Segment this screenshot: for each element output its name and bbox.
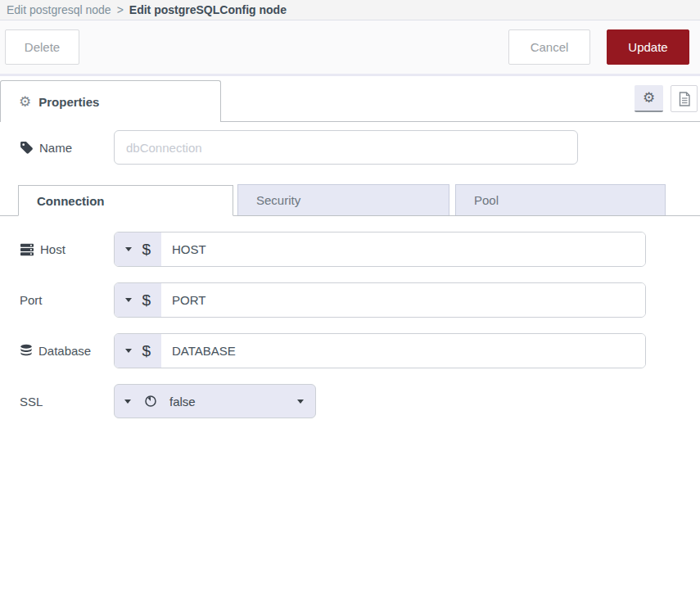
- chevron-down-icon: [125, 298, 132, 302]
- tab-connection-label: Connection: [37, 194, 105, 208]
- delete-button[interactable]: Delete: [5, 29, 79, 65]
- host-label-text: Host: [40, 242, 65, 256]
- breadcrumb-parent[interactable]: Edit postgresql node: [7, 3, 111, 16]
- server-icon: [20, 243, 34, 256]
- host-input[interactable]: [161, 233, 645, 266]
- name-input[interactable]: [114, 130, 578, 165]
- port-typed-input: $: [114, 282, 646, 318]
- chevron-down-icon: [125, 247, 132, 251]
- update-button[interactable]: Update: [607, 29, 689, 65]
- tab-pool[interactable]: Pool: [455, 184, 666, 215]
- gear-icon: ⚙: [643, 91, 655, 105]
- ssl-label: SSL: [0, 395, 114, 409]
- host-typed-input: $: [114, 232, 646, 267]
- port-label-text: Port: [20, 293, 43, 307]
- tab-security[interactable]: Security: [237, 184, 449, 215]
- ssl-select[interactable]: false: [114, 384, 316, 418]
- breadcrumb-current: Edit postgreSQLConfig node: [129, 3, 287, 16]
- tab-pool-label: Pool: [474, 193, 499, 207]
- database-icon: [20, 344, 33, 358]
- ssl-row: SSL false: [0, 384, 700, 418]
- port-type-select-button[interactable]: $: [115, 283, 161, 317]
- chevron-down-icon: [297, 400, 304, 404]
- breadcrumb: Edit postgresql node > Edit postgreSQLCo…: [0, 0, 700, 20]
- breadcrumb-separator: >: [117, 3, 124, 16]
- database-label-text: Database: [38, 344, 91, 358]
- properties-tabbar: ⚙ Properties ⚙: [0, 76, 700, 122]
- env-var-type-icon: $: [142, 291, 151, 309]
- bool-toggle-icon: [144, 395, 157, 408]
- tag-icon: [20, 141, 34, 155]
- tab-properties[interactable]: ⚙ Properties: [0, 80, 221, 122]
- tab-connection[interactable]: Connection: [18, 185, 233, 216]
- port-label: Port: [0, 293, 114, 307]
- port-input[interactable]: [161, 283, 645, 317]
- ssl-value: false: [169, 395, 196, 409]
- edit-config-dialog: Edit postgresql node > Edit postgreSQLCo…: [0, 0, 700, 418]
- name-label: Name: [0, 141, 114, 155]
- database-input[interactable]: [161, 334, 645, 368]
- port-row: Port $: [0, 282, 700, 318]
- host-row: Host $: [0, 232, 700, 267]
- properties-form: Name Connection Security Pool: [0, 122, 700, 418]
- tab-security-label: Security: [256, 193, 300, 207]
- name-label-text: Name: [39, 141, 72, 155]
- chevron-down-icon: [124, 400, 131, 404]
- database-row: Database $: [0, 333, 700, 368]
- document-icon: [678, 92, 691, 106]
- connection-subtabs: Connection Security Pool: [0, 184, 700, 216]
- gear-icon: ⚙: [19, 95, 31, 109]
- database-type-select-button[interactable]: $: [115, 334, 161, 368]
- dialog-toolbar: Delete Cancel Update: [0, 20, 700, 76]
- node-settings-button[interactable]: ⚙: [635, 85, 663, 112]
- chevron-down-icon: [125, 349, 132, 353]
- host-type-select-button[interactable]: $: [115, 233, 161, 266]
- tab-properties-label: Properties: [38, 95, 99, 109]
- name-row: Name: [0, 130, 700, 165]
- database-typed-input: $: [114, 333, 646, 368]
- env-var-type-icon: $: [142, 241, 151, 259]
- database-label: Database: [0, 344, 114, 358]
- node-description-button[interactable]: [671, 85, 698, 112]
- cancel-button[interactable]: Cancel: [508, 29, 590, 65]
- env-var-type-icon: $: [142, 342, 151, 360]
- ssl-label-text: SSL: [20, 395, 43, 409]
- host-label: Host: [0, 242, 114, 256]
